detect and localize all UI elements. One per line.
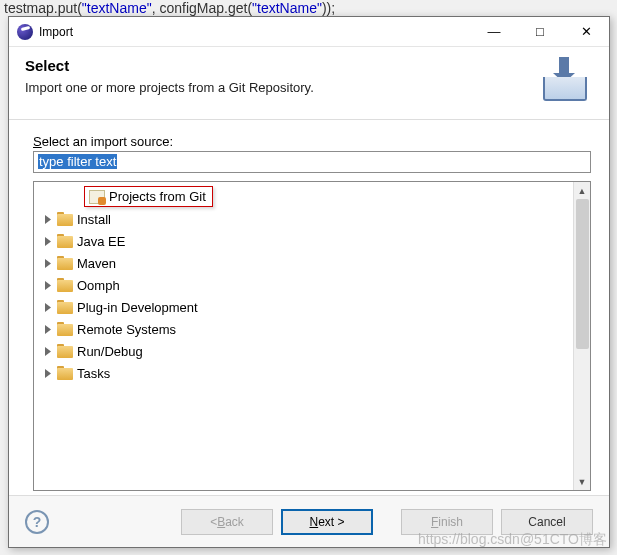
tree-item[interactable]: Run/Debug: [38, 340, 573, 362]
git-project-icon: [89, 190, 105, 204]
expander-icon[interactable]: [44, 347, 53, 356]
import-dialog: Import — □ ✕ Select Import one or more p…: [8, 16, 610, 548]
banner: Select Import one or more projects from …: [9, 47, 609, 120]
scrollbar[interactable]: ▲ ▼: [573, 182, 590, 490]
tree-item-label: Java EE: [77, 234, 125, 249]
folder-icon: [57, 366, 73, 380]
expander-icon[interactable]: [44, 281, 53, 290]
scroll-down-icon[interactable]: ▼: [574, 473, 590, 490]
expander-icon[interactable]: [44, 237, 53, 246]
banner-description: Import one or more projects from a Git R…: [25, 80, 537, 95]
tree-item-label: Oomph: [77, 278, 120, 293]
titlebar: Import — □ ✕: [9, 17, 609, 47]
source-label: Select an import source:: [33, 134, 591, 149]
minimize-button[interactable]: —: [471, 17, 517, 47]
scroll-up-icon[interactable]: ▲: [574, 182, 590, 199]
folder-icon: [57, 322, 73, 336]
import-tree[interactable]: Projects from Git InstallJava EEMavenOom…: [33, 181, 591, 491]
help-button[interactable]: ?: [25, 510, 49, 534]
expander-icon[interactable]: [44, 325, 53, 334]
tree-item-label: Remote Systems: [77, 322, 176, 337]
expander-icon[interactable]: [44, 259, 53, 268]
folder-icon: [57, 234, 73, 248]
tree-item[interactable]: Install: [38, 208, 573, 230]
filter-input[interactable]: type filter text: [33, 151, 591, 173]
expander-icon[interactable]: [44, 303, 53, 312]
finish-button: Finish: [401, 509, 493, 535]
eclipse-icon: [17, 24, 33, 40]
dialog-title: Import: [39, 25, 73, 39]
tooltip-projects-from-git: Projects from Git: [84, 186, 213, 207]
scroll-thumb[interactable]: [576, 199, 589, 349]
folder-icon: [57, 344, 73, 358]
folder-icon: [57, 300, 73, 314]
expander-icon[interactable]: [44, 369, 53, 378]
cancel-button[interactable]: Cancel: [501, 509, 593, 535]
tree-item-label: Maven: [77, 256, 116, 271]
tree-item-label: Plug-in Development: [77, 300, 198, 315]
code-backdrop: testmap.put("textName", configMap.get("t…: [0, 0, 339, 16]
tree-item[interactable]: Plug-in Development: [38, 296, 573, 318]
button-bar: ? < Back Next > Finish Cancel: [9, 495, 609, 547]
tree-item[interactable]: Remote Systems: [38, 318, 573, 340]
back-button: < Back: [181, 509, 273, 535]
folder-icon: [57, 278, 73, 292]
import-icon: [537, 57, 593, 105]
tooltip-label: Projects from Git: [109, 189, 206, 204]
folder-icon: [57, 256, 73, 270]
next-button[interactable]: Next >: [281, 509, 373, 535]
tree-item-label: Tasks: [77, 366, 110, 381]
banner-heading: Select: [25, 57, 537, 74]
tree-item-label: Run/Debug: [77, 344, 143, 359]
expander-icon[interactable]: [44, 215, 53, 224]
tree-item[interactable]: Maven: [38, 252, 573, 274]
tree-item[interactable]: Oomph: [38, 274, 573, 296]
tree-item[interactable]: Tasks: [38, 362, 573, 384]
maximize-button[interactable]: □: [517, 17, 563, 47]
tree-item-label: Install: [77, 212, 111, 227]
tree-item[interactable]: Java EE: [38, 230, 573, 252]
close-button[interactable]: ✕: [563, 17, 609, 47]
folder-icon: [57, 212, 73, 226]
